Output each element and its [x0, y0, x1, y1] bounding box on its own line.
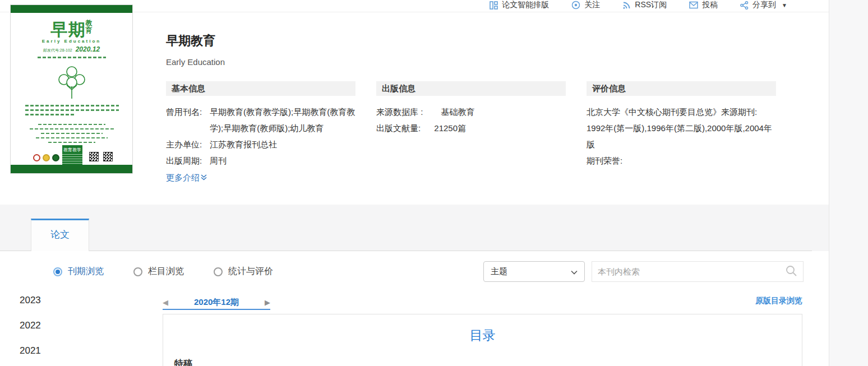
rss-label: RSS订阅	[635, 0, 667, 10]
year-item-2021[interactable]: 2021	[20, 344, 41, 358]
former-name-value: 早期教育(教育教学版);早期教育(教育教学);早期教育(教师版);幼儿教育	[210, 104, 355, 136]
radio-unselected-icon	[133, 267, 142, 276]
search-input[interactable]	[598, 267, 785, 276]
chevron-down-icon	[571, 267, 578, 276]
tab-papers[interactable]: 论文	[31, 219, 89, 251]
cover-bottom-bar	[11, 165, 132, 173]
toc-section-special: 特稿	[174, 358, 192, 366]
journal-title: 早期教育	[166, 33, 215, 49]
basic-info-header: 基本信息	[166, 81, 355, 96]
page: 论文智能排版 关注 RSS订阅 投稿	[0, 0, 868, 366]
cover-qr-code-1	[89, 152, 99, 161]
cover-bottom-cluster: 教育教学	[11, 145, 132, 168]
issue-navigation: ◀ 2020年12期 ▶	[163, 295, 270, 309]
radio-issue-browse[interactable]: 刊期浏览	[53, 266, 104, 277]
toc-title: 目录	[163, 327, 802, 344]
cycle-row: 出版周期: 周刊	[166, 152, 355, 169]
smart-typeset-button[interactable]: 论文智能排版	[490, 0, 549, 10]
evaluation-info-header: 评价信息	[587, 81, 776, 96]
follow-label: 关注	[584, 0, 600, 10]
cycle-label: 出版周期:	[166, 152, 210, 169]
tab-divider	[0, 251, 812, 251]
journal-honor-label: 期刊荣誉:	[587, 152, 776, 169]
share-dropdown-caret-icon: ▼	[782, 2, 787, 8]
search-field-select[interactable]: 主题	[483, 261, 585, 282]
follow-button[interactable]: 关注	[571, 0, 600, 10]
double-chevron-down-icon	[201, 169, 207, 186]
cover-logo-english: Early Education	[11, 39, 132, 44]
doc-count-value: 21250篇	[434, 123, 466, 133]
cover-logo-badge-green	[52, 154, 59, 161]
cover-postal-code: 邮发代号:28-102	[43, 48, 72, 53]
sponsor-value: 江苏教育报刊总社	[210, 136, 355, 152]
smart-typeset-label: 论文智能排版	[502, 0, 549, 10]
year-item-2023[interactable]: 2023	[20, 294, 41, 307]
search-icon[interactable]	[785, 265, 797, 279]
original-toc-link[interactable]: 原版目录浏览	[723, 296, 802, 306]
radio-column-browse[interactable]: 栏目浏览	[133, 266, 184, 277]
doc-count-row: 出版文献量: 21250篇	[376, 120, 566, 136]
cover-issue-number: 2020.12	[76, 45, 100, 53]
journal-cover: 早期 教 育 Early Education 邮发代号:28-102 2020.…	[10, 4, 133, 174]
sponsor-label: 主办单位:	[166, 136, 210, 152]
year-item-2022[interactable]: 2022	[20, 319, 41, 332]
prev-issue-arrow-icon[interactable]: ◀	[163, 299, 168, 306]
typeset-icon	[490, 1, 498, 10]
cover-codes: 邮发代号:28-102 2020.12	[11, 45, 132, 53]
basic-info-section: 基本信息 曾用刊名: 早期教育(教育教学版);早期教育(教育教学);早期教育(教…	[166, 81, 355, 186]
next-issue-arrow-icon[interactable]: ▶	[265, 299, 270, 306]
cover-tree-logo	[54, 64, 89, 103]
current-issue-label[interactable]: 2020年12期	[194, 297, 239, 308]
cover-logo-badge-red	[33, 154, 40, 161]
rss-button[interactable]: RSS订阅	[622, 0, 667, 10]
rss-icon	[622, 1, 631, 10]
year-list: 2023 2022 2021	[20, 294, 41, 358]
source-db-label: 来源数据库 :	[376, 107, 423, 117]
tab-band	[0, 205, 829, 251]
cover-logo-main: 早期	[51, 18, 86, 41]
radio-unselected-icon	[214, 267, 223, 276]
cover-qr-code-2	[103, 152, 113, 161]
cover-top-bar	[11, 5, 132, 13]
share-label: 分享到	[752, 0, 776, 10]
submit-button[interactable]: 投稿	[689, 0, 718, 10]
browse-mode-radios: 刊期浏览 栏目浏览 统计与评价	[53, 266, 273, 277]
right-gutter	[829, 0, 868, 366]
core-journal-line1: 北京大学《中文核心期刊要目总览》来源期刊:	[587, 104, 776, 120]
submit-label: 投稿	[702, 0, 718, 10]
toc-panel: 目录 特稿	[163, 314, 802, 366]
sponsor-row: 主办单位: 江苏教育报刊总社	[166, 136, 355, 152]
follow-icon	[571, 1, 580, 10]
share-icon	[740, 1, 749, 10]
more-intro-link[interactable]: 更多介绍	[166, 169, 207, 186]
cover-article-lines	[11, 124, 132, 143]
select-value: 主题	[491, 266, 507, 277]
cover-logo-badge-gold	[43, 154, 50, 161]
submit-envelope-icon	[689, 1, 698, 9]
share-button[interactable]: 分享到 ▼	[740, 0, 787, 10]
cover-logo: 早期 教 育	[11, 18, 132, 41]
publish-info-section: 出版信息 来源数据库 : 基础教育 出版文献量: 21250篇	[376, 81, 566, 136]
cover-logo-sub: 教 育	[86, 20, 93, 34]
cover-edition-box: 教育教学	[62, 145, 82, 168]
radio-selected-icon	[53, 267, 62, 276]
source-db-value: 基础教育	[441, 107, 475, 117]
cycle-value: 周刊	[210, 152, 355, 169]
former-name-label: 曾用刊名:	[166, 104, 210, 136]
journal-title-english: Early Education	[166, 57, 225, 67]
evaluation-info-section: 评价信息 北京大学《中文核心期刊要目总览》来源期刊: 1992年(第一版),19…	[587, 81, 776, 169]
core-journal-line2: 1992年(第一版),1996年(第二版),2000年版,2004年版	[587, 120, 776, 152]
cover-paragraph-lines	[25, 105, 119, 115]
source-db-row: 来源数据库 : 基础教育	[376, 104, 566, 120]
issue-active-underline	[163, 309, 270, 310]
former-name-row: 曾用刊名: 早期教育(教育教学版);早期教育(教育教学);早期教育(教师版);幼…	[166, 104, 355, 136]
publish-info-header: 出版信息	[376, 81, 566, 96]
cover-tagline-decoration	[38, 57, 106, 58]
journal-search-box	[592, 261, 804, 282]
doc-count-label: 出版文献量:	[376, 123, 421, 133]
radio-stats-evaluation[interactable]: 统计与评价	[214, 266, 273, 277]
